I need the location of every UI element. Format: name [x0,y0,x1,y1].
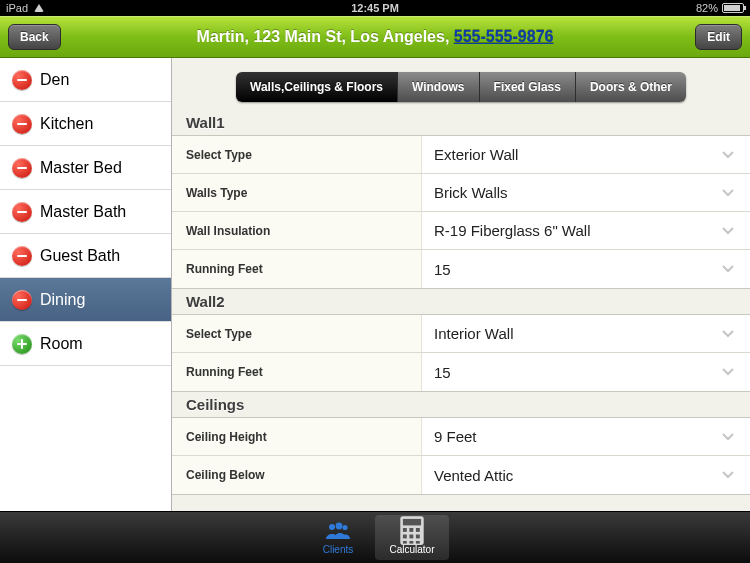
form-row[interactable]: Ceiling Height9 Feet [172,418,750,456]
svg-point-2 [342,525,347,530]
tab-clients[interactable]: Clients [301,512,375,563]
section-header: Wall2 [172,289,750,314]
field-label: Running Feet [172,353,422,391]
tab-label: Calculator [389,544,434,555]
sidebar-item-label: Room [40,335,83,353]
chevron-down-icon [722,365,750,379]
tab-label: Clients [323,544,354,555]
sidebar-item-den[interactable]: Den [0,58,171,102]
form-row[interactable]: Running Feet15 [172,353,750,391]
tab-calculator[interactable]: Calculator [375,515,449,560]
field-label: Ceiling Height [172,418,422,455]
svg-rect-5 [403,528,407,532]
form-row[interactable]: Ceiling BelowVented Attic [172,456,750,494]
calculator-icon [399,520,425,542]
page-title: Martin, 123 Main St, Los Angeles, 555-55… [0,28,750,46]
section-header: Wall1 [172,110,750,135]
field-label: Wall Insulation [172,212,422,249]
sidebar-item-guest-bath[interactable]: Guest Bath [0,234,171,278]
form-group: Select TypeInterior WallRunning Feet15 [172,314,750,392]
field-value: R-19 Fiberglass 6" Wall [422,222,722,239]
field-value: 9 Feet [422,428,722,445]
chevron-down-icon [722,430,750,444]
segment-fixed-glass[interactable]: Fixed Glass [480,72,576,102]
form-group: Select TypeExterior WallWalls TypeBrick … [172,135,750,289]
chevron-down-icon [722,186,750,200]
field-value: Exterior Wall [422,146,722,163]
field-label: Select Type [172,315,422,352]
field-label: Select Type [172,136,422,173]
svg-rect-8 [403,535,407,539]
field-value: 15 [422,261,722,278]
minus-icon [12,246,32,266]
svg-rect-9 [409,535,413,539]
svg-point-1 [336,523,343,530]
svg-rect-10 [416,535,420,539]
field-value: Interior Wall [422,325,722,342]
chevron-down-icon [722,327,750,341]
sidebar-item-kitchen[interactable]: Kitchen [0,102,171,146]
sidebar-item-label: Guest Bath [40,247,120,265]
back-button[interactable]: Back [8,24,61,50]
clock: 12:45 PM [0,2,750,14]
field-value: Brick Walls [422,184,722,201]
sidebar-item-label: Kitchen [40,115,93,133]
form-row[interactable]: Walls TypeBrick Walls [172,174,750,212]
sidebar-item-master-bed[interactable]: Master Bed [0,146,171,190]
people-icon [325,520,351,542]
sidebar-item-master-bath[interactable]: Master Bath [0,190,171,234]
minus-icon [12,114,32,134]
field-label: Walls Type [172,174,422,211]
ios-status-bar: iPad 12:45 PM 82% [0,0,750,16]
sidebar-item-room[interactable]: Room [0,322,171,366]
chevron-down-icon [722,262,750,276]
minus-icon [12,290,32,310]
nav-bar: Back Martin, 123 Main St, Los Angeles, 5… [0,16,750,58]
minus-icon [12,202,32,222]
category-segmented-control: Walls,Ceilings & FloorsWindowsFixed Glas… [236,72,686,102]
rooms-sidebar: DenKitchenMaster BedMaster BathGuest Bat… [0,58,172,511]
form-row[interactable]: Running Feet15 [172,250,750,288]
svg-rect-7 [416,528,420,532]
segment-windows[interactable]: Windows [398,72,480,102]
sidebar-item-dining[interactable]: Dining [0,278,171,322]
sidebar-item-label: Master Bath [40,203,126,221]
minus-icon [12,158,32,178]
form-group: Ceiling Height9 FeetCeiling BelowVented … [172,417,750,495]
chevron-down-icon [722,468,750,482]
svg-rect-4 [403,519,421,525]
battery-icon [722,3,744,13]
field-label: Running Feet [172,250,422,288]
svg-point-0 [329,524,335,530]
sidebar-item-label: Dining [40,291,85,309]
form-row[interactable]: Select TypeInterior Wall [172,315,750,353]
title-text: Martin, 123 Main St, Los Angeles, [197,28,454,45]
form-row[interactable]: Wall InsulationR-19 Fiberglass 6" Wall [172,212,750,250]
svg-rect-6 [409,528,413,532]
field-value: Vented Attic [422,467,722,484]
segment-walls-ceilings-floors[interactable]: Walls,Ceilings & Floors [236,72,398,102]
minus-icon [12,70,32,90]
sidebar-item-label: Den [40,71,69,89]
edit-button[interactable]: Edit [695,24,742,50]
plus-icon [12,334,32,354]
field-label: Ceiling Below [172,456,422,494]
phone-link[interactable]: 555-555-9876 [454,28,554,45]
segment-doors-other[interactable]: Doors & Other [576,72,686,102]
bottom-tab-bar: Clients Calculator [0,511,750,563]
field-value: 15 [422,364,722,381]
section-header: Ceilings [172,392,750,417]
chevron-down-icon [722,224,750,238]
sidebar-item-label: Master Bed [40,159,122,177]
chevron-down-icon [722,148,750,162]
main-panel: Walls,Ceilings & FloorsWindowsFixed Glas… [172,58,750,511]
form-row[interactable]: Select TypeExterior Wall [172,136,750,174]
